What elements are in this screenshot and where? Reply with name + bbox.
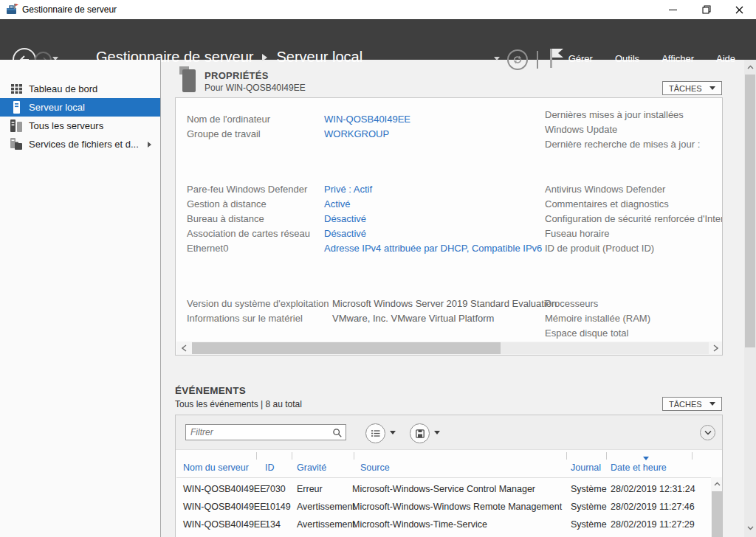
title-bar: Gestionnaire de serveur (0, 0, 756, 19)
list-icon (371, 429, 380, 438)
properties-group-updates: Dernières mises à jour installées Window… (545, 107, 700, 151)
scope-dropdown-icon[interactable] (494, 57, 500, 60)
property-value-link[interactable]: Activé (324, 198, 350, 209)
main-scroll-thumb[interactable] (745, 75, 755, 347)
submenu-arrow-icon[interactable] (148, 142, 151, 148)
sidebar-item-label: Serveur local (29, 102, 85, 113)
column-divider[interactable] (566, 452, 567, 460)
column-header-log[interactable]: Journal (571, 462, 601, 473)
scroll-right-button[interactable] (709, 342, 723, 355)
breadcrumb-separator-icon (262, 54, 267, 61)
cell-datetime: 28/02/2019 11:27:46 (611, 502, 695, 512)
property-label: Antivirus Windows Defender (545, 184, 665, 195)
property-label: Espace disque total (545, 328, 628, 339)
cell-severity: Erreur (297, 484, 323, 494)
saved-queries-button[interactable] (365, 423, 385, 443)
events-table-scrollbar[interactable] (711, 477, 723, 537)
column-divider[interactable] (606, 452, 607, 460)
property-label: Association de cartes réseau (187, 228, 324, 239)
properties-horizontal-scrollbar[interactable] (176, 342, 723, 355)
sidebar-item-serveur-local[interactable]: Serveur local (0, 98, 160, 117)
tasks-button-label: TÂCHES (669, 400, 702, 409)
property-label: Windows Update (545, 124, 617, 135)
cell-log: Système (571, 519, 607, 530)
menu-aide[interactable]: Aide (716, 53, 735, 64)
hscroll-thumb[interactable] (192, 342, 501, 354)
properties-group-identity: Nom de l'ordinateurWIN-QOSB40I49EE Group… (187, 111, 410, 141)
properties-tasks-button[interactable]: TÂCHES (662, 81, 722, 95)
refresh-button[interactable] (507, 49, 528, 70)
cell-severity: Avertissement (297, 502, 355, 512)
column-divider[interactable] (692, 452, 693, 460)
property-label: Nom de l'ordinateur (187, 114, 324, 125)
save-query-button[interactable] (410, 423, 430, 443)
filter-input[interactable] (185, 424, 346, 440)
main-scroll-down-button[interactable] (744, 523, 756, 533)
minimize-button[interactable] (656, 0, 690, 19)
property-label: Commentaires et diagnostics (545, 198, 669, 209)
property-value-link[interactable]: Adresse IPv4 attribuée par DHCP, Compati… (324, 243, 542, 254)
restore-button[interactable] (690, 0, 723, 19)
column-header-severity[interactable]: Gravité (297, 462, 326, 473)
main-scroll-up-button[interactable] (744, 62, 756, 72)
column-header-source[interactable]: Source (360, 462, 390, 473)
property-label: Dernières mises à jour installées (545, 109, 684, 120)
property-label: Mémoire installée (RAM) (545, 313, 650, 324)
column-divider[interactable] (354, 452, 354, 460)
property-label: Processeurs (545, 298, 598, 309)
property-label: Groupe de travail (187, 128, 324, 139)
navigation-bar: Gestionnaire de serveur Serveur local Gé… (0, 19, 756, 60)
events-tasks-button[interactable]: TÂCHES (662, 397, 722, 411)
cell-id: 7030 (265, 484, 286, 494)
sidebar-item-tableau-de-bord[interactable]: Tableau de bord (0, 80, 160, 98)
menu-afficher[interactable]: Afficher (662, 53, 694, 64)
collapse-section-button[interactable] (700, 425, 715, 440)
close-button[interactable] (723, 0, 756, 19)
saved-queries-caret-icon[interactable] (390, 431, 396, 434)
tasks-caret-icon (709, 402, 715, 406)
property-value-link[interactable]: WIN-QOSB40I49EE (324, 114, 410, 125)
cell-source: Microsoft-Windows-Time-Service (352, 519, 487, 530)
cell-server: WIN-QOSB40I49EE (183, 484, 267, 494)
property-value-link[interactable]: Désactivé (324, 228, 366, 239)
search-icon[interactable] (332, 428, 343, 438)
notifications-flag-button[interactable] (548, 47, 566, 69)
chevron-right-icon (713, 344, 718, 352)
sort-descending-icon (643, 457, 649, 460)
properties-group-security: Pare-feu Windows DefenderPrivé : Actif G… (187, 181, 542, 255)
events-panel: Nom du serveur ID Gravité Source Journal… (175, 415, 723, 537)
column-header-server[interactable]: Nom du serveur (183, 462, 249, 473)
chevron-up-icon (714, 482, 721, 486)
property-label: Version du système d'exploitation (187, 298, 332, 309)
column-divider[interactable] (256, 452, 257, 460)
tasks-button-label: TÂCHES (669, 84, 702, 93)
save-query-caret-icon[interactable] (434, 431, 440, 434)
events-title: ÉVÉNEMENTS (175, 385, 246, 396)
sidebar-item-tous-les-serveurs[interactable]: Tous les serveurs (0, 117, 160, 135)
property-value-link[interactable]: Désactivé (324, 213, 366, 224)
cell-log: Système (571, 484, 607, 494)
file-services-icon (10, 138, 23, 150)
property-label: Fuseau horaire (545, 228, 609, 239)
column-divider[interactable] (292, 452, 292, 460)
properties-tile-icon (178, 66, 197, 93)
all-servers-icon (10, 119, 23, 132)
menu-outils[interactable]: Outils (615, 53, 639, 64)
sidebar-item-services-de-fichiers[interactable]: Services de fichiers et d... (0, 135, 160, 153)
sidebar-item-label: Tableau de bord (29, 83, 97, 94)
chevron-down-icon (747, 526, 754, 530)
cell-severity: Avertissement (297, 519, 355, 530)
sidebar-item-label: Tous les serveurs (29, 120, 103, 131)
column-header-datetime[interactable]: Date et heure (611, 462, 667, 473)
scroll-left-button[interactable] (176, 342, 191, 355)
events-toolbar (176, 415, 722, 450)
column-header-id[interactable]: ID (265, 462, 275, 473)
table-scroll-up-button[interactable] (711, 479, 723, 489)
property-label: Bureau à distance (187, 213, 324, 224)
main-vertical-scrollbar[interactable] (744, 60, 756, 537)
table-scroll-thumb[interactable] (712, 491, 722, 537)
properties-panel: Nom de l'ordinateurWIN-QOSB40I49EE Group… (175, 97, 723, 356)
menu-gerer[interactable]: Gérer (568, 53, 593, 64)
property-value-link[interactable]: Privé : Actif (324, 184, 372, 195)
property-value-link[interactable]: WORKGROUP (324, 128, 389, 139)
